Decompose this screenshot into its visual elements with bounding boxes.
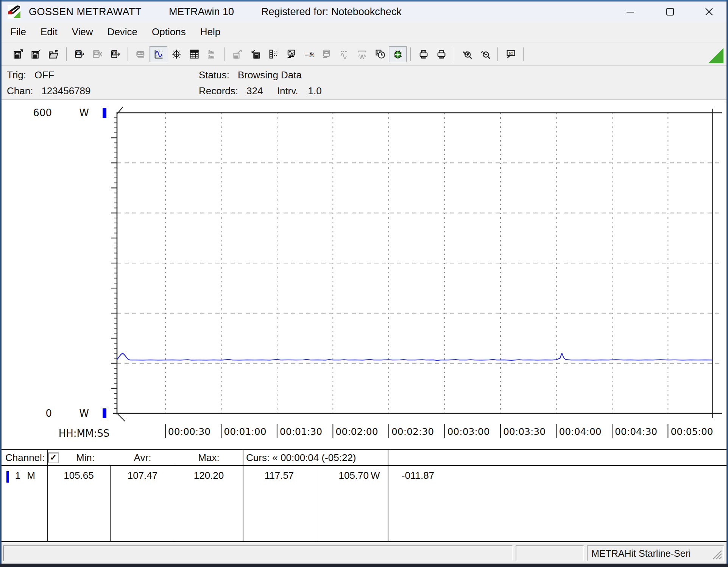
minimize-icon bbox=[625, 7, 635, 17]
x-axis-tick-label: 00:01:30 bbox=[280, 426, 322, 437]
y-max-label: 600 bbox=[33, 107, 52, 118]
device-m-read-button[interactable]: M bbox=[106, 46, 124, 62]
debug-bug-button[interactable] bbox=[389, 46, 407, 62]
time-clock-button[interactable]: 12 bbox=[371, 46, 389, 62]
toolbar-separator bbox=[497, 47, 498, 61]
menu-device[interactable]: Device bbox=[100, 24, 145, 40]
status-panel-main bbox=[3, 545, 513, 561]
x-axis-tick-label: 00:02:30 bbox=[391, 426, 434, 437]
channel-visibility-checkbox[interactable]: ✓ bbox=[48, 453, 58, 463]
svg-text:321: 321 bbox=[77, 52, 82, 55]
channel-color-marker bbox=[6, 471, 9, 483]
toolbar-separator bbox=[224, 47, 225, 61]
monitor-wave-button[interactable] bbox=[282, 46, 300, 62]
toolbar-separator bbox=[523, 47, 524, 61]
formula-fx-icon: =f(x) bbox=[303, 49, 315, 59]
svg-text:(x): (x) bbox=[309, 52, 315, 57]
records-label: Records: bbox=[199, 85, 238, 97]
histogram-view-icon bbox=[206, 49, 218, 59]
probe-sine-icon bbox=[338, 49, 351, 59]
menu-edit[interactable]: Edit bbox=[33, 24, 65, 40]
cursor-crosshair-button[interactable] bbox=[167, 46, 185, 62]
trig-label: Trig: bbox=[7, 69, 26, 81]
save-import-button[interactable] bbox=[27, 46, 45, 62]
channel-list-button[interactable] bbox=[264, 46, 282, 62]
status-panel-device: METRAHit Starline-Seri bbox=[587, 545, 724, 561]
menu-help[interactable]: Help bbox=[193, 24, 228, 40]
status-bar: METRAHit Starline-Seri bbox=[2, 543, 726, 564]
device-config-icon: 321 bbox=[321, 49, 333, 59]
svg-text:321: 321 bbox=[325, 51, 329, 54]
window-frame-top bbox=[0, 0, 728, 2]
x-axis-tick-label: 00:05:00 bbox=[670, 426, 713, 437]
menu-bar: File Edit View Device Options Help bbox=[2, 22, 726, 42]
col-header-min: Min: bbox=[61, 452, 110, 464]
table-divider bbox=[47, 450, 48, 541]
svg-text:1/2: 1/2 bbox=[508, 52, 513, 55]
curve-chart-view-button[interactable] bbox=[150, 46, 167, 62]
maximize-icon bbox=[665, 7, 675, 17]
chart-panel: 00:00:3000:01:0000:01:3000:02:0000:02:30… bbox=[2, 100, 726, 449]
cursor-crosshair-icon bbox=[170, 49, 182, 59]
svg-text:1257: 1257 bbox=[138, 52, 144, 55]
window-frame-right bbox=[726, 0, 728, 567]
interval-value: 1.0 bbox=[308, 85, 322, 97]
open-file-icon bbox=[48, 49, 60, 59]
status-value: Browsing Data bbox=[238, 69, 302, 81]
cursor1-bottom-handle bbox=[118, 414, 125, 421]
zoom-out-waves-button[interactable] bbox=[476, 46, 494, 62]
print-button[interactable] bbox=[432, 46, 450, 62]
channel-statistics-table: Channel: ✓ Min: Avr: Max: Curs: « 00:00:… bbox=[2, 449, 726, 542]
monitor-wave-icon bbox=[285, 49, 297, 59]
toolbar-separator bbox=[410, 47, 411, 61]
x-axis-tick-label: 00:01:00 bbox=[224, 426, 266, 437]
col-header-channel: Channel: bbox=[5, 452, 45, 464]
trend-chart[interactable]: 00:00:3000:01:0000:01:3000:02:0000:02:30… bbox=[2, 100, 726, 449]
formula-fx-button[interactable]: =f(x) bbox=[300, 46, 318, 62]
status-label: Status: bbox=[199, 69, 229, 81]
resize-grow-triangle-icon bbox=[708, 48, 723, 63]
window-frame-bottom bbox=[0, 564, 728, 567]
export-data-icon bbox=[232, 49, 244, 59]
zoom-in-waves-icon bbox=[461, 49, 473, 59]
annotation-button[interactable]: 1/2 bbox=[502, 46, 519, 62]
save-export-icon bbox=[12, 49, 24, 59]
close-icon bbox=[704, 7, 714, 17]
menu-file[interactable]: File bbox=[3, 24, 33, 40]
svg-text:321: 321 bbox=[95, 52, 100, 55]
x-axis-tick-label: 00:04:00 bbox=[559, 426, 601, 437]
menu-options[interactable]: Options bbox=[145, 24, 193, 40]
histogram-view-button bbox=[203, 46, 221, 62]
save-import-icon bbox=[30, 49, 42, 59]
chan-value: 123456789 bbox=[41, 85, 90, 97]
minimize-button[interactable] bbox=[621, 4, 639, 20]
device-321-read-button[interactable]: 321 bbox=[70, 46, 88, 62]
time-clock-icon: 12 bbox=[374, 49, 386, 59]
debug-bug-icon bbox=[392, 49, 404, 59]
records-value: 324 bbox=[246, 85, 263, 97]
data-table-view-button[interactable] bbox=[185, 46, 203, 62]
x-axis-unit-label: HH:MM:SS bbox=[59, 428, 110, 439]
table-divider bbox=[388, 450, 388, 541]
x-axis-tick-label: 00:00:30 bbox=[168, 426, 210, 437]
close-button[interactable] bbox=[700, 4, 718, 20]
import-data-icon bbox=[249, 49, 262, 59]
x-axis-tick-label: 00:04:30 bbox=[615, 426, 657, 437]
import-data-button[interactable] bbox=[246, 46, 264, 62]
power-trend-line bbox=[117, 353, 712, 360]
table-divider bbox=[243, 450, 243, 541]
save-export-button[interactable] bbox=[9, 46, 27, 62]
cell-min: 105.65 bbox=[47, 470, 110, 481]
multi-sine-icon bbox=[356, 49, 368, 59]
open-file-button[interactable] bbox=[45, 46, 62, 62]
maximize-button[interactable] bbox=[661, 4, 679, 20]
multi-sine-button bbox=[353, 46, 371, 62]
print-icon bbox=[435, 49, 447, 59]
cell-channel-unit: M bbox=[23, 470, 39, 481]
chan-label: Chan: bbox=[7, 85, 33, 97]
resize-grip-icon[interactable] bbox=[711, 548, 722, 560]
print-preview-button[interactable] bbox=[415, 46, 432, 62]
x-axis-tick-label: 00:03:00 bbox=[447, 426, 489, 437]
zoom-in-waves-button[interactable] bbox=[458, 46, 476, 62]
menu-view[interactable]: View bbox=[65, 24, 100, 40]
